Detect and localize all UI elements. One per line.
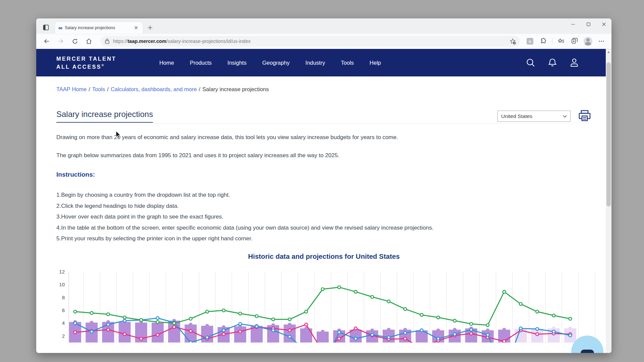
unemployment-rate-point[interactable] — [74, 310, 77, 313]
gdp-growth-point[interactable] — [404, 331, 407, 334]
unemployment-rate-point[interactable] — [156, 320, 159, 323]
unemployment-rate-point[interactable] — [503, 290, 506, 293]
salary-projection-chart[interactable]: 24681012 — [57, 264, 597, 343]
cpi-point[interactable] — [156, 333, 159, 336]
gdp-growth-point[interactable] — [156, 316, 159, 319]
profile-avatar[interactable] — [583, 36, 593, 46]
cpi-point[interactable] — [239, 330, 242, 333]
favorites-icon[interactable] — [556, 36, 566, 46]
unemployment-rate-point[interactable] — [206, 310, 209, 313]
breadcrumb-link[interactable]: Calculators, dashboards, and more — [111, 86, 197, 92]
print-icon[interactable] — [578, 110, 591, 123]
salary-bar-marker[interactable] — [502, 328, 506, 331]
breadcrumb-link[interactable]: TAAP Home — [56, 86, 87, 92]
gdp-growth-point[interactable] — [74, 322, 77, 325]
country-select[interactable]: United States — [497, 111, 571, 122]
unemployment-rate-point[interactable] — [239, 312, 242, 315]
cpi-point[interactable] — [404, 337, 407, 340]
cpi-point[interactable] — [189, 329, 192, 333]
salary-bar[interactable] — [184, 324, 197, 343]
unemployment-rate-point[interactable] — [255, 314, 258, 317]
unemployment-rate-point[interactable] — [107, 313, 110, 316]
tab-layout-icon[interactable] — [40, 22, 52, 33]
unemployment-rate-point[interactable] — [453, 319, 456, 322]
gdp-growth-point[interactable] — [206, 336, 209, 339]
breadcrumb-link[interactable]: Tools — [92, 86, 105, 92]
gdp-growth-point[interactable] — [420, 329, 423, 332]
unemployment-rate-point[interactable] — [272, 318, 275, 321]
salary-bar-marker[interactable] — [436, 328, 440, 332]
unemployment-rate-point[interactable] — [437, 316, 440, 319]
unemployment-rate-point[interactable] — [536, 310, 539, 313]
gdp-growth-point[interactable] — [552, 330, 555, 333]
settings-menu-icon[interactable] — [596, 36, 606, 46]
cpi-point[interactable] — [354, 327, 357, 330]
gdp-growth-point[interactable] — [90, 330, 93, 333]
collections-icon[interactable] — [570, 36, 580, 46]
nav-item-help[interactable]: Help — [370, 60, 381, 66]
unemployment-rate-point[interactable] — [222, 309, 225, 312]
nav-item-industry[interactable]: Industry — [306, 60, 325, 66]
unemployment-rate-point[interactable] — [305, 310, 308, 313]
salary-bar-marker[interactable] — [90, 320, 94, 324]
salary-bar-marker[interactable] — [404, 328, 407, 331]
unemployment-rate-point[interactable] — [288, 318, 291, 321]
home-button[interactable] — [83, 36, 95, 47]
refresh-button[interactable] — [69, 36, 80, 47]
unemployment-rate-point[interactable] — [387, 300, 390, 303]
unemployment-rate-point[interactable] — [338, 286, 341, 289]
unemployment-rate-point[interactable] — [569, 317, 572, 320]
cpi-point[interactable] — [173, 325, 176, 328]
unemployment-rate-point[interactable] — [173, 322, 176, 325]
cpi-point[interactable] — [536, 333, 539, 336]
gdp-growth-point[interactable] — [453, 333, 456, 336]
nav-item-home[interactable]: Home — [159, 60, 174, 66]
gdp-growth-point[interactable] — [354, 337, 357, 340]
address-bar[interactable]: https://taap.mercer.com/salary-increase-… — [101, 36, 520, 47]
gdp-growth-point[interactable] — [569, 334, 572, 337]
back-button[interactable] — [41, 36, 52, 47]
cpi-point[interactable] — [140, 337, 143, 340]
gdp-growth-point[interactable] — [239, 322, 242, 325]
gdp-growth-point[interactable] — [288, 335, 291, 338]
salary-bar-marker[interactable] — [486, 328, 490, 332]
salary-bar-marker[interactable] — [321, 329, 325, 333]
gdp-growth-point[interactable] — [272, 329, 275, 332]
salary-bar-marker[interactable] — [370, 328, 374, 332]
salary-bar-marker[interactable] — [453, 328, 457, 331]
salary-bar[interactable] — [119, 322, 131, 342]
search-icon[interactable] — [526, 58, 536, 68]
new-tab-button[interactable] — [148, 25, 153, 31]
salary-bar-marker[interactable] — [189, 322, 193, 326]
salary-bar-marker[interactable] — [271, 323, 275, 327]
notifications-bell-icon[interactable] — [548, 58, 557, 68]
mercer-taap-logo[interactable]: MERCER TALENT ALL ACCESS® — [56, 55, 116, 70]
gdp-growth-point[interactable] — [338, 330, 341, 334]
notes-extension-icon[interactable]: n — [525, 36, 535, 46]
gdp-growth-point[interactable] — [107, 323, 110, 326]
gdp-growth-point[interactable] — [470, 328, 473, 331]
forward-button[interactable] — [55, 36, 66, 47]
nav-item-products[interactable]: Products — [190, 60, 212, 66]
salary-bar[interactable] — [234, 326, 246, 342]
cpi-point[interactable] — [74, 330, 77, 334]
cpi-point[interactable] — [503, 340, 506, 342]
extensions-icon[interactable] — [538, 36, 548, 46]
gdp-growth-point[interactable] — [519, 327, 522, 330]
unemployment-rate-point[interactable] — [552, 314, 555, 317]
unemployment-rate-point[interactable] — [420, 313, 423, 316]
nav-item-insights[interactable]: Insights — [227, 60, 247, 66]
unemployment-rate-point[interactable] — [371, 295, 374, 298]
gdp-growth-point[interactable] — [123, 319, 126, 322]
cpi-point[interactable] — [338, 337, 341, 340]
gdp-growth-point[interactable] — [437, 337, 440, 340]
salary-bar-marker[interactable] — [288, 322, 291, 326]
scrollbar-thumb[interactable] — [606, 62, 611, 206]
gdp-growth-point[interactable] — [255, 325, 258, 328]
unemployment-rate-point[interactable] — [486, 323, 489, 326]
add-favorite-icon[interactable] — [509, 38, 516, 45]
unemployment-rate-point[interactable] — [354, 290, 357, 293]
unemployment-rate-point[interactable] — [404, 307, 407, 310]
salary-bar-marker[interactable] — [552, 326, 555, 330]
browser-tab[interactable]: ∞ Salary increase projections ✕ — [55, 22, 143, 34]
